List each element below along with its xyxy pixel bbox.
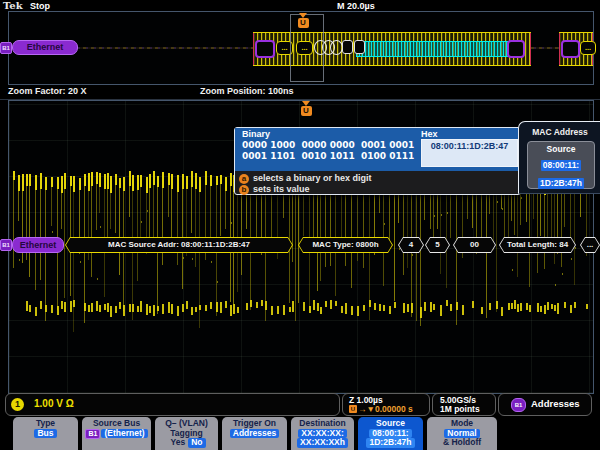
waveform-sample	[182, 304, 184, 312]
menu-button-trigger-on[interactable]: Trigger OnAddresses	[222, 417, 287, 450]
menu-button-mode[interactable]: ModeNormal& Holdoff	[427, 417, 497, 450]
waveform-sample	[57, 306, 59, 315]
waveform-sample	[384, 223, 385, 225]
waveform-sample	[26, 301, 28, 311]
waveform-sample	[61, 193, 62, 229]
waveform-sample	[389, 306, 391, 314]
waveform-sample	[412, 254, 413, 256]
menu-button-vlan-tagging[interactable]: Q– (VLAN)TaggingYesNo	[155, 417, 218, 450]
waveform-sample	[73, 176, 75, 192]
waveform-sample	[250, 300, 252, 307]
menu-button-source[interactable]: Source08:00:11:1D:2B:47h	[358, 417, 423, 450]
waveform-sample	[303, 302, 305, 311]
mac-value-line2: 1D:2B:47h	[538, 178, 584, 189]
waveform-sample	[514, 300, 516, 308]
waveform-sample	[96, 301, 98, 311]
mac-field-label: Source	[528, 144, 594, 154]
waveform-sample	[88, 173, 90, 190]
waveform-sample	[379, 304, 381, 311]
menu-button-title: Tagging	[155, 429, 218, 439]
waveform-sample	[110, 306, 112, 317]
waveform-sample	[19, 259, 20, 261]
waveform-sample	[341, 306, 343, 313]
waveform-sample	[129, 171, 131, 186]
waveform-sample	[233, 304, 235, 313]
waveform-sample	[70, 176, 72, 186]
waveform-sample	[237, 307, 239, 313]
decode-field: 4	[398, 237, 424, 253]
menu-button-destination[interactable]: DestinationXX:XX:XX:XX:XX:XXh	[291, 417, 354, 450]
waveform-sample	[424, 192, 425, 220]
waveform-sample	[489, 303, 491, 310]
waveform-sample	[40, 173, 42, 188]
waveform-sample	[73, 192, 74, 332]
waveform-sample	[107, 303, 109, 312]
waveform-sample	[561, 186, 562, 267]
timebase-readout: M 20.0µs	[337, 1, 375, 11]
waveform-sample	[512, 269, 513, 271]
waveform-sample	[295, 188, 296, 321]
waveform-sample	[91, 303, 93, 311]
waveform-sample	[100, 226, 101, 228]
decode-ellipsis-box: ...	[580, 41, 596, 55]
waveform-sample	[271, 306, 273, 315]
menu-button-value: 1D:2B:47h	[358, 438, 423, 448]
waveform-sample	[191, 187, 192, 232]
menu-button-value: XX:XX:XXh	[291, 438, 354, 448]
waveform-sample	[61, 301, 63, 309]
waveform-sample	[96, 172, 98, 184]
waveform-sample	[317, 303, 319, 311]
waveform-sample	[132, 304, 134, 312]
menu-button-value: YesNo	[155, 438, 218, 448]
waveform-sample	[420, 191, 421, 326]
waveform-sample	[540, 306, 542, 313]
mac-source-box[interactable]: Source 08:00:11: 1D:2B:47h	[527, 141, 595, 189]
waveform-sample	[137, 306, 139, 312]
waveform-sample	[564, 192, 565, 227]
waveform-sample	[447, 212, 448, 214]
decode-start-box	[255, 40, 275, 58]
waveform-sample	[210, 175, 212, 186]
waveform-sample	[357, 306, 359, 316]
menu-button-type[interactable]: TypeBus	[13, 417, 78, 450]
channel1-status-box[interactable]: 1 1.00 V Ω	[5, 393, 340, 416]
waveform-sample	[216, 176, 218, 185]
waveform-sample	[520, 303, 522, 311]
bus-status-box[interactable]: B1 Addresses	[498, 393, 592, 416]
oscilloscope-screen: Tek Stop M 20.0µs ... ... ... B1 Etherne…	[0, 0, 600, 450]
waveform-sample	[261, 300, 263, 306]
waveform-sample	[456, 302, 458, 311]
waveform-sample	[205, 305, 207, 311]
waveform-sample	[440, 192, 441, 274]
waveform-sample	[217, 281, 218, 283]
menu-button-source-bus[interactable]: Source BusB1(Ethernet)	[82, 417, 151, 450]
waveform-sample	[256, 302, 258, 308]
trigger-position-readout: U→▼0.00000 s	[349, 404, 413, 414]
waveform-sample	[29, 186, 30, 277]
waveform-sample	[345, 187, 346, 266]
waveform-sample	[123, 177, 125, 191]
acquisition-status-box[interactable]: 5.00GS/s 1M points	[432, 393, 496, 416]
waveform-sample	[119, 302, 121, 309]
waveform-sample	[520, 190, 521, 225]
waveform-sample	[320, 307, 322, 315]
waveform-sample	[277, 306, 279, 314]
zoom-scale-status-box[interactable]: Z 1.00µs U→▼0.00000 s	[342, 393, 430, 416]
waveform-sample	[18, 175, 20, 191]
waveform-sample	[64, 173, 66, 189]
waveform-sample	[230, 173, 232, 186]
hint-a: aselects a binary or hex digit	[239, 173, 372, 184]
waveform-sample	[18, 191, 19, 221]
waveform-sample	[171, 174, 173, 189]
waveform-sample	[171, 304, 173, 315]
binary-value[interactable]: 0000 1000 0000 0000 0001 00010001 1101 0…	[242, 140, 414, 162]
value-entry-popup: Binary Hex 0000 1000 0000 0000 0001 0001…	[234, 127, 521, 195]
waveform-sample	[369, 300, 371, 307]
waveform-sample	[313, 300, 315, 310]
waveform-sample	[137, 175, 139, 190]
mac-address-title: MAC Address	[519, 127, 600, 137]
waveform-sample	[330, 300, 332, 308]
hex-value-field[interactable]: 08:00:11:1D:2B:47	[421, 139, 518, 167]
waveform-sample	[574, 302, 576, 308]
waveform-sample	[73, 300, 75, 307]
